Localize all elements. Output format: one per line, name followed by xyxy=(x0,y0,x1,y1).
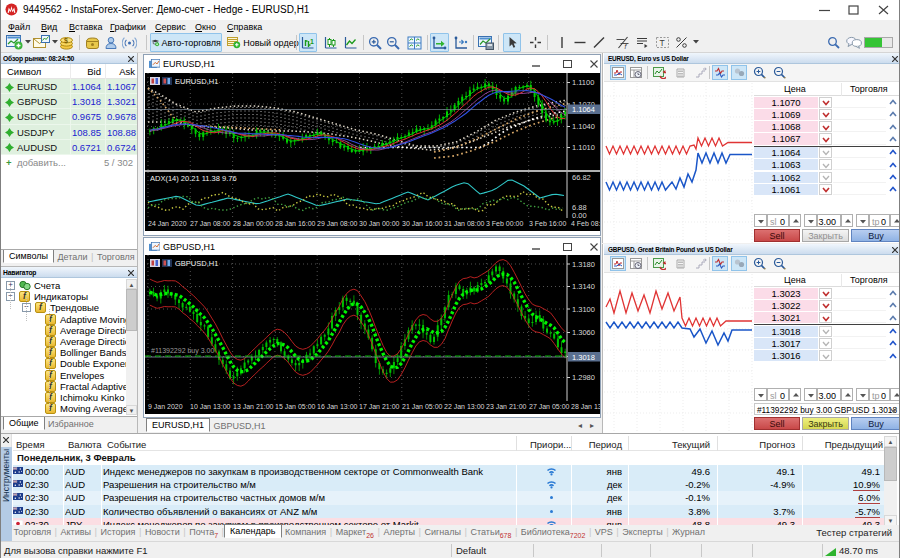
svg-text:1.3100: 1.3100 xyxy=(572,305,595,314)
svg-text:T: T xyxy=(659,38,664,48)
svg-text:1.3018: 1.3018 xyxy=(572,353,595,362)
svg-text:1: 1 xyxy=(310,38,314,45)
svg-text:1.1100: 1.1100 xyxy=(572,78,594,87)
svg-text:ADX(14) 20.21 11.38 9.76: ADX(14) 20.21 11.38 9.76 xyxy=(150,174,237,183)
svg-text:#11392292 buy 3.00: #11392292 buy 3.00 xyxy=(151,347,214,355)
svg-text:1.1064: 1.1064 xyxy=(572,105,595,114)
svg-text:1.3060: 1.3060 xyxy=(572,328,595,337)
svg-text:GBPUSD,H1: GBPUSD,H1 xyxy=(175,259,218,268)
svg-text:EURUSD,H1: EURUSD,H1 xyxy=(175,77,218,86)
svg-text:$: $ xyxy=(64,37,68,45)
svg-text:1.2980: 1.2980 xyxy=(572,373,595,382)
svg-text:1.3140: 1.3140 xyxy=(572,282,595,291)
svg-text:1.3180: 1.3180 xyxy=(572,260,595,269)
svg-text:66.82: 66.82 xyxy=(572,173,591,182)
svg-text:1.1040: 1.1040 xyxy=(572,122,595,131)
svg-text:0.00: 0.00 xyxy=(572,211,587,219)
svg-text:1.1010: 1.1010 xyxy=(572,143,595,152)
